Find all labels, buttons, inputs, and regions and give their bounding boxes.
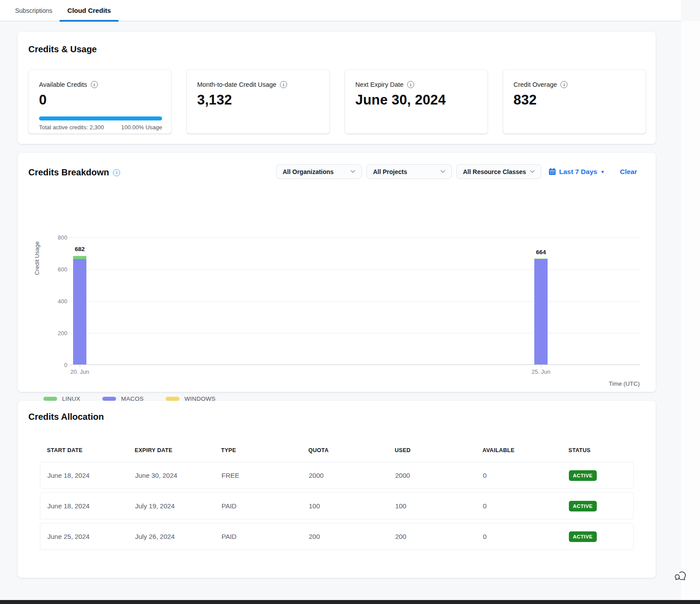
bar-20-jun[interactable]: 682	[73, 237, 86, 365]
date-range-selector[interactable]: Last 7 Days ▾	[548, 168, 604, 176]
y-tick: 0	[50, 362, 67, 368]
cell-quota: 200	[302, 533, 388, 540]
info-icon[interactable]: i	[560, 81, 568, 88]
credits-allocation-table: START DATE EXPIRY DATE TYPE QUOTA USED A…	[40, 447, 634, 554]
caret-down-icon: ▾	[601, 169, 604, 175]
status-badge: ACTIVE	[569, 470, 597, 481]
projects-dropdown-value: All Projects	[373, 168, 407, 175]
cell-available: 0	[476, 502, 562, 510]
mtd-usage-label: Month-to-date Credit Usage	[197, 81, 276, 88]
macos-swatch	[102, 397, 116, 401]
table-row[interactable]: June 18, 2024 July 19, 2024 PAID 100 100…	[40, 492, 634, 519]
x-tick-label: 25. Jun	[532, 368, 551, 375]
cell-used: 2000	[388, 472, 476, 479]
credit-overage-label: Credit Overage	[513, 81, 557, 88]
date-range-value: Last 7 Days	[559, 168, 597, 176]
chevron-down-icon	[530, 170, 535, 173]
resource-classes-dropdown-value: All Resource Classes	[463, 168, 526, 175]
bar-value-label: 664	[536, 249, 546, 256]
chart-x-axis-label: Time (UTC)	[609, 380, 640, 387]
x-tick-mark	[80, 365, 80, 368]
windows-swatch	[166, 397, 179, 401]
cell-expiry-date: July 19, 2024	[128, 502, 214, 510]
usage-percent: 100.00% Usage	[121, 124, 162, 131]
window-bottom-edge	[0, 600, 700, 604]
info-icon[interactable]: i	[91, 81, 98, 88]
col-status: STATUS	[561, 447, 634, 453]
y-tick: 200	[50, 330, 67, 337]
cloud-credits-page: Subscriptions Cloud Credits Credits & Us…	[0, 0, 700, 604]
organizations-dropdown[interactable]: All Organizations	[276, 164, 362, 179]
cell-type: PAID	[214, 533, 302, 540]
scroll-gutter	[681, 21, 700, 604]
clear-filters-button[interactable]: Clear	[620, 168, 637, 176]
info-icon[interactable]: i	[113, 169, 120, 176]
available-credits-card: Available Credits i 0 Total active credi…	[28, 70, 171, 134]
y-tick: 400	[50, 298, 67, 305]
table-row[interactable]: June 25, 2024 July 26, 2024 PAID 200 200…	[40, 523, 634, 550]
col-start-date: START DATE	[40, 447, 128, 453]
bar-25-jun[interactable]: 664	[534, 237, 548, 365]
cell-available: 0	[476, 472, 562, 479]
x-axis-line	[70, 364, 640, 365]
mtd-usage-card: Month-to-date Credit Usage i 3,132	[187, 70, 330, 134]
cell-type: PAID	[214, 502, 302, 510]
tab-subscriptions-label: Subscriptions	[15, 7, 52, 14]
chart-filters: All Organizations All Projects All Resou…	[276, 164, 637, 179]
cell-start-date: June 18, 2024	[40, 472, 128, 479]
tab-cloud-credits[interactable]: Cloud Credits	[63, 0, 115, 21]
cell-type: FREE	[214, 472, 302, 479]
available-credits-value: 0	[39, 92, 47, 108]
support-chat-button[interactable]	[674, 569, 689, 584]
credits-usage-title: Credits & Usage	[28, 44, 97, 54]
available-credits-label: Available Credits	[39, 81, 87, 88]
credits-allocation-title: Credits Allocation	[28, 412, 104, 422]
cell-available: 0	[476, 533, 562, 540]
cell-expiry-date: June 30, 2024	[128, 472, 214, 479]
col-used: USED	[388, 447, 475, 453]
organizations-dropdown-value: All Organizations	[283, 168, 334, 175]
col-expiry-date: EXPIRY DATE	[128, 447, 214, 453]
table-row[interactable]: June 18, 2024 June 30, 2024 FREE 2000 20…	[40, 462, 634, 489]
credits-usage-section: Credits & Usage Available Credits i 0 To…	[18, 32, 656, 144]
chat-bubbles-icon	[674, 569, 688, 583]
status-badge: ACTIVE	[569, 501, 597, 511]
chevron-down-icon	[350, 170, 355, 173]
available-credits-progress-fill	[39, 116, 162, 120]
active-tab-indicator	[59, 20, 119, 22]
x-tick-label: 20. Jun	[70, 368, 89, 375]
credits-breakdown-section: Credits Breakdown i All Organizations Al…	[18, 153, 656, 392]
tab-bar: Subscriptions Cloud Credits	[0, 0, 681, 21]
cell-expiry-date: July 26, 2024	[128, 533, 214, 540]
cell-quota: 100	[302, 502, 388, 510]
next-expiry-label: Next Expiry Date	[355, 81, 404, 88]
cell-used: 200	[388, 533, 476, 540]
bar-value-label: 682	[75, 246, 85, 252]
info-icon[interactable]: i	[407, 81, 414, 88]
cell-start-date: June 18, 2024	[40, 502, 128, 510]
credits-allocation-section: Credits Allocation START DATE EXPIRY DAT…	[18, 401, 656, 578]
table-header-row: START DATE EXPIRY DATE TYPE QUOTA USED A…	[40, 447, 634, 453]
chevron-down-icon	[440, 170, 445, 173]
credit-usage-chart: Credit Usage 800 600 400 200 0 682 664	[18, 188, 656, 392]
cell-quota: 2000	[302, 472, 388, 479]
credit-overage-value: 832	[513, 92, 537, 108]
x-tick-mark	[541, 365, 541, 368]
info-icon[interactable]: i	[280, 81, 287, 88]
tab-subscriptions[interactable]: Subscriptions	[11, 0, 57, 21]
tab-cloud-credits-label: Cloud Credits	[67, 7, 111, 14]
total-active-credits: Total active credits: 2,300	[39, 124, 104, 131]
col-type: TYPE	[214, 447, 301, 453]
y-tick: 600	[50, 266, 67, 273]
credits-breakdown-title: Credits Breakdown	[28, 167, 109, 178]
chart-plot-area: 682 664	[70, 237, 640, 365]
credits-progress-bar	[39, 116, 162, 120]
next-expiry-card: Next Expiry Date i June 30, 2024	[345, 70, 488, 134]
y-tick: 800	[50, 234, 67, 241]
linux-swatch	[43, 397, 57, 401]
calendar-icon	[548, 168, 556, 175]
mtd-usage-value: 3,132	[197, 92, 232, 108]
col-quota: QUOTA	[301, 447, 388, 453]
projects-dropdown[interactable]: All Projects	[366, 164, 452, 179]
resource-classes-dropdown[interactable]: All Resource Classes	[456, 164, 541, 179]
